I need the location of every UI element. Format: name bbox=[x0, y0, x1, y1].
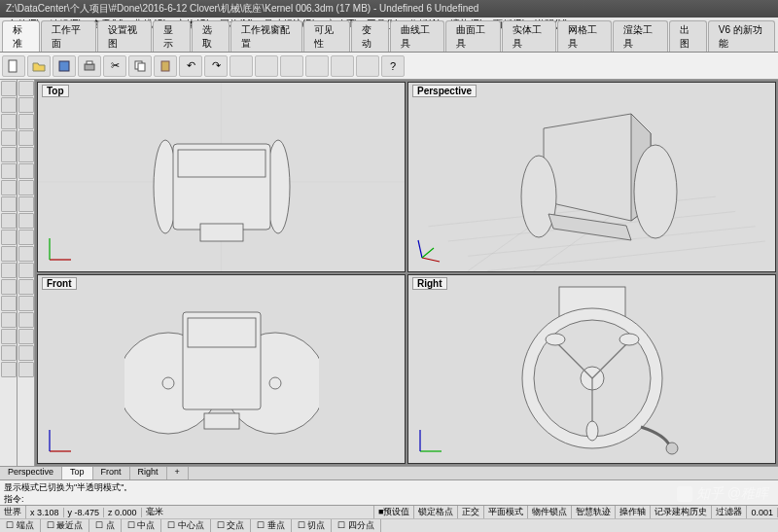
line-icon[interactable] bbox=[1, 114, 17, 129]
redo-icon[interactable]: ↷ bbox=[204, 55, 228, 77]
group-icon[interactable] bbox=[230, 55, 253, 77]
command-prompt[interactable]: 指令: bbox=[4, 493, 774, 505]
vtab-perspective[interactable]: Perspective bbox=[0, 467, 62, 479]
move-icon[interactable] bbox=[1, 230, 17, 245]
osnap-point[interactable]: 点 bbox=[89, 519, 122, 532]
rotate-icon[interactable] bbox=[1, 246, 17, 262]
tab-drafting[interactable]: 出图 bbox=[669, 20, 707, 52]
extrude-icon[interactable] bbox=[1, 345, 17, 361]
status-world[interactable]: 世界 bbox=[0, 506, 26, 518]
offset-icon[interactable] bbox=[18, 312, 34, 328]
osnap-near[interactable]: 最近点 bbox=[41, 519, 90, 532]
viewport-front-title[interactable]: Front bbox=[42, 277, 77, 290]
loft-icon[interactable] bbox=[18, 329, 34, 344]
pointer-icon[interactable] bbox=[1, 81, 17, 96]
split-icon[interactable] bbox=[1, 296, 17, 311]
tab-cplane[interactable]: 工作平面 bbox=[41, 20, 95, 52]
status-ortho[interactable]: 正交 bbox=[458, 506, 484, 518]
record2-icon[interactable] bbox=[18, 362, 34, 377]
viewport-top-title[interactable]: Top bbox=[42, 85, 69, 97]
new-file-icon[interactable] bbox=[2, 55, 25, 77]
viewport-front[interactable]: Front bbox=[37, 274, 406, 465]
viewport-perspective[interactable]: Perspective bbox=[407, 82, 776, 272]
status-record[interactable]: 记录建构历史 bbox=[651, 506, 712, 518]
open-file-icon[interactable] bbox=[27, 55, 51, 77]
undo-icon[interactable]: ↶ bbox=[179, 55, 202, 77]
copy-icon[interactable] bbox=[128, 55, 152, 77]
viewport-tabs[interactable]: Perspective Top Front Right + bbox=[0, 466, 778, 479]
osnap-tan[interactable]: 切点 bbox=[292, 519, 333, 532]
osnap-end[interactable]: 端点 bbox=[0, 519, 41, 532]
tab-visibility[interactable]: 可见性 bbox=[303, 20, 350, 52]
vtab-top[interactable]: Top bbox=[62, 467, 93, 479]
solid-icon[interactable] bbox=[18, 196, 34, 212]
circle-icon[interactable] bbox=[1, 163, 17, 179]
ellipse-icon[interactable] bbox=[18, 147, 34, 162]
tab-surftools[interactable]: 曲面工具 bbox=[445, 20, 500, 52]
osnap-mid[interactable]: 中点 bbox=[122, 519, 162, 532]
mirror-icon[interactable] bbox=[18, 246, 34, 262]
tab-solidtools[interactable]: 实体工具 bbox=[502, 20, 556, 52]
pts-icon[interactable] bbox=[18, 97, 34, 113]
viewport-persp-title[interactable]: Perspective bbox=[412, 85, 477, 97]
point-icon[interactable] bbox=[1, 97, 17, 113]
render-icon[interactable] bbox=[305, 55, 329, 77]
tab-transform2[interactable]: 变动 bbox=[351, 20, 389, 52]
copy2-icon[interactable] bbox=[18, 230, 34, 245]
paste-icon[interactable] bbox=[154, 55, 177, 77]
osnap-center[interactable]: 中心点 bbox=[161, 519, 211, 532]
vtab-front[interactable]: Front bbox=[93, 467, 130, 479]
viewport-right-title[interactable]: Right bbox=[412, 277, 447, 290]
polyline2-icon[interactable] bbox=[18, 114, 34, 129]
join-icon[interactable] bbox=[1, 312, 17, 328]
osnap-int[interactable]: 交点 bbox=[211, 519, 252, 532]
tab-curvetools[interactable]: 曲线工具 bbox=[390, 20, 444, 52]
osnap-quad[interactable]: 四分点 bbox=[332, 519, 381, 532]
properties-icon[interactable] bbox=[280, 55, 303, 77]
save-icon[interactable] bbox=[53, 55, 76, 77]
scale-icon[interactable] bbox=[1, 263, 17, 278]
status-planar[interactable]: 平面模式 bbox=[484, 506, 528, 518]
status-filter[interactable]: 过滤器 bbox=[712, 506, 747, 518]
layers-icon[interactable] bbox=[255, 55, 278, 77]
vtab-right[interactable]: Right bbox=[130, 467, 167, 479]
arc-icon[interactable] bbox=[1, 180, 17, 195]
tab-rendertools[interactable]: 渲染工具 bbox=[613, 20, 667, 52]
tab-viewport[interactable]: 工作视窗配置 bbox=[230, 20, 302, 52]
array-icon[interactable] bbox=[18, 263, 34, 278]
viewport-right[interactable]: Right bbox=[407, 274, 776, 465]
rect-icon[interactable] bbox=[1, 147, 17, 162]
command-area[interactable]: 显示模式已切换为"半透明模式"。 指令: bbox=[0, 479, 778, 505]
status-osnap[interactable]: 物件锁点 bbox=[528, 506, 572, 518]
tab-select[interactable]: 选取 bbox=[192, 20, 230, 52]
freeform-icon[interactable] bbox=[18, 163, 34, 179]
tab-standard[interactable]: 标准 bbox=[2, 20, 40, 52]
sweep-icon[interactable] bbox=[18, 345, 34, 361]
chamfer-icon[interactable] bbox=[18, 296, 34, 311]
surface-icon[interactable] bbox=[18, 180, 34, 195]
vtab-add[interactable]: + bbox=[167, 467, 189, 479]
lasso-icon[interactable] bbox=[18, 81, 34, 96]
toolbar-tab-strip[interactable]: 标准 工作平面 设置视图 显示 选取 工作视窗配置 可见性 变动 曲线工具 曲面… bbox=[0, 33, 778, 53]
viewport-top[interactable]: Top bbox=[37, 82, 406, 272]
polyline-icon[interactable] bbox=[1, 130, 17, 146]
tab-setview[interactable]: 设置视图 bbox=[97, 20, 152, 52]
record-icon[interactable] bbox=[1, 362, 17, 377]
help-icon[interactable]: ? bbox=[381, 55, 405, 77]
cut-icon[interactable]: ✂ bbox=[103, 55, 126, 77]
options-icon[interactable] bbox=[356, 55, 379, 77]
tab-display[interactable]: 显示 bbox=[153, 20, 191, 52]
mesh-icon[interactable] bbox=[18, 213, 34, 229]
tab-v6new[interactable]: V6 的新功能 bbox=[708, 20, 775, 52]
osnap-perp[interactable]: 垂点 bbox=[251, 519, 292, 532]
status-default[interactable]: ■预设值 bbox=[374, 506, 414, 518]
print-icon[interactable] bbox=[78, 55, 101, 77]
curve-icon[interactable] bbox=[1, 196, 17, 212]
tab-meshtools[interactable]: 网格工具 bbox=[557, 20, 612, 52]
text-icon[interactable] bbox=[1, 213, 17, 229]
explode-icon[interactable] bbox=[1, 329, 17, 344]
status-gridsnap[interactable]: 锁定格点 bbox=[414, 506, 458, 518]
trim-icon[interactable] bbox=[1, 279, 17, 295]
fillet-icon[interactable] bbox=[18, 279, 34, 295]
shade-icon[interactable] bbox=[331, 55, 354, 77]
